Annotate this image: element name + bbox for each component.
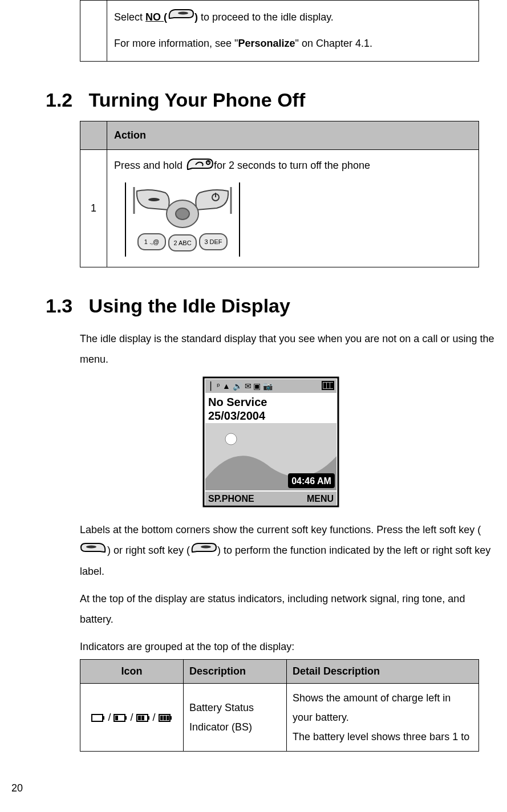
cont-personalize: Personalize	[238, 38, 295, 49]
cont-line1-post: to proceed to the idle display.	[198, 11, 334, 23]
cont-no-label: NO (	[145, 11, 167, 23]
svg-text:3 DEF: 3 DEF	[204, 238, 222, 245]
turn-off-cell: Press and hold for 2 seconds to turn off…	[107, 149, 479, 267]
svg-text:No Service: No Service	[208, 396, 267, 408]
sep-3: /	[153, 712, 156, 723]
svg-rect-36	[125, 716, 127, 720]
svg-rect-19	[323, 383, 326, 388]
th-detail: Detail Description	[287, 659, 479, 683]
battery-0-icon	[91, 712, 108, 723]
cont-step-empty	[80, 1, 107, 62]
action-header-step-blank	[80, 121, 107, 150]
th-desc: Description	[184, 659, 287, 683]
step-1: 1	[80, 149, 107, 267]
sep-1: /	[108, 712, 111, 723]
right-softkey-icon-2	[190, 541, 217, 561]
heading-1-3: 1.3 Using the Idle Display	[46, 290, 496, 321]
turn-off-post: for 2 seconds to turn off the phone	[214, 160, 370, 171]
cont-cell: Select NO ( ) to proceed to the idle dis…	[107, 1, 479, 62]
svg-text:▏ᵖ  ▲ 🔊 ✉ ▣ 📷: ▏ᵖ ▲ 🔊 ✉ ▣ 📷	[210, 381, 273, 391]
action-header: Action	[107, 121, 479, 150]
svg-rect-20	[327, 383, 330, 388]
battery-2-icon	[136, 712, 153, 723]
status-indicators-paragraph: At the top of the display are status ind…	[80, 588, 496, 630]
indicators-table: Icon Description Detail Description / / …	[80, 659, 479, 752]
svg-rect-37	[115, 716, 118, 720]
svg-point-0	[178, 12, 188, 15]
svg-rect-34	[103, 716, 104, 720]
idle-intro: The idle display is the standard display…	[80, 328, 496, 370]
battery-detail: Shows the amount of charge left in your …	[287, 683, 479, 752]
cont-line2-post: " on Chapter 4.1.	[295, 38, 372, 49]
th-icon: Icon	[80, 659, 184, 683]
svg-text:SP.PHONE: SP.PHONE	[208, 494, 254, 504]
svg-rect-33	[92, 714, 103, 721]
svg-rect-21	[330, 383, 333, 388]
heading-1-2: 1.2 Turning Your Phone Off	[46, 84, 496, 115]
svg-point-8	[176, 208, 189, 220]
labels-b: ) or right soft key (	[107, 545, 190, 556]
right-softkey-icon	[167, 6, 194, 29]
svg-point-31	[86, 545, 96, 548]
svg-rect-45	[163, 716, 166, 720]
battery-desc: Battery Status Indicator (BS)	[184, 683, 287, 752]
svg-rect-40	[138, 716, 141, 720]
svg-rect-39	[148, 716, 149, 720]
left-softkey-icon	[80, 541, 107, 561]
svg-text:04:46 AM: 04:46 AM	[291, 476, 331, 486]
svg-text:1 .,@: 1 .,@	[144, 238, 159, 245]
sep-2: /	[130, 712, 133, 723]
svg-point-32	[201, 545, 211, 548]
svg-rect-46	[167, 716, 169, 720]
softkey-labels-paragraph: Labels at the bottom corners show the cu…	[80, 519, 496, 582]
svg-point-4	[148, 198, 160, 201]
svg-rect-43	[170, 716, 172, 720]
battery-3-icon	[159, 712, 172, 723]
svg-rect-41	[141, 716, 144, 720]
svg-point-25	[225, 433, 237, 445]
svg-rect-44	[160, 716, 163, 720]
indicators-grouped-paragraph: Indicators are grouped at the top of the…	[80, 636, 496, 657]
battery-1-icon	[113, 712, 130, 723]
battery-icon-cell: / / /	[80, 683, 184, 752]
turn-off-pre: Press and hold	[114, 160, 185, 171]
page-number: 20	[11, 780, 496, 797]
labels-a: Labels at the bottom corners show the cu…	[80, 524, 481, 535]
svg-text:MENU: MENU	[306, 494, 333, 504]
turn-off-table: Action 1 Press and hold for 2 seconds to…	[80, 121, 479, 267]
idle-display-image: ▏ᵖ ▲ 🔊 ✉ ▣ 📷 No Service 25/03/2004 04:46…	[46, 376, 496, 513]
phone-keypad-image: 1 .,@ 2 ABC 3 DEF	[114, 182, 472, 262]
svg-text:2 ABC: 2 ABC	[173, 239, 191, 246]
continuation-table: Select NO ( ) to proceed to the idle dis…	[80, 0, 479, 62]
cont-line1-pre: Select	[114, 11, 145, 23]
power-end-key-icon	[185, 156, 214, 177]
svg-text:25/03/2004: 25/03/2004	[208, 409, 266, 422]
cont-line2-pre: For more information, see "	[114, 38, 238, 49]
